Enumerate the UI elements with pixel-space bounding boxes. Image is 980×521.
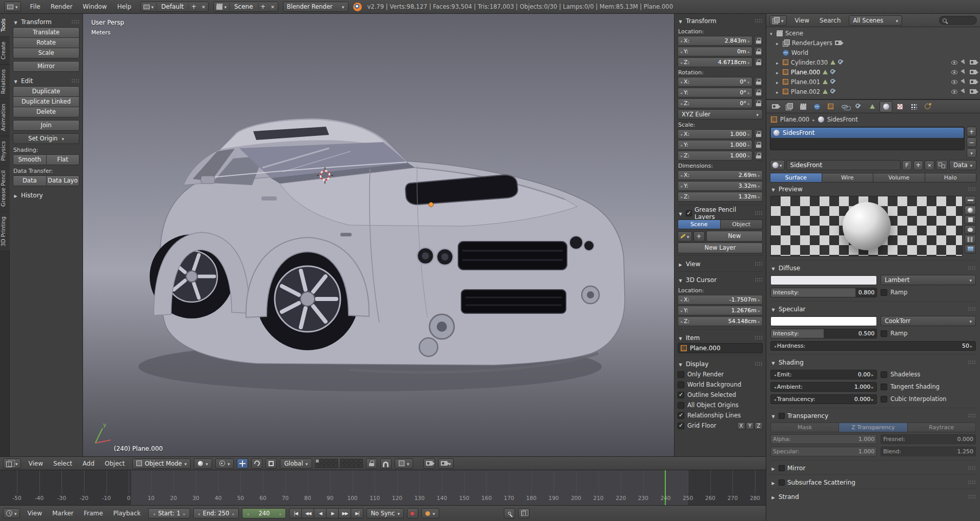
unlink-material-button[interactable] [925, 161, 934, 170]
keying-set-select[interactable] [421, 508, 439, 518]
preview-flat-button[interactable] [965, 196, 976, 205]
insert-keyframe-button[interactable] [504, 508, 515, 518]
properties-tab-render[interactable] [769, 101, 782, 112]
interaction-mode-select[interactable]: Object Mode [132, 458, 191, 469]
sync-mode-select[interactable]: No Sync [366, 508, 404, 518]
menu-view[interactable]: View [790, 15, 814, 26]
tab-animation[interactable]: Animation [0, 99, 10, 136]
menu-render[interactable]: Render [46, 2, 77, 12]
option-all-object-origins[interactable]: All Object Origins [678, 400, 763, 410]
lock-toggle-button[interactable] [754, 129, 763, 139]
snap-toggle[interactable] [380, 458, 392, 469]
transform-panel-header[interactable]: Transform [678, 15, 763, 26]
diffuse-shader-select[interactable]: Lambert [881, 275, 976, 285]
layer-cell[interactable] [329, 459, 333, 463]
set-origin-menu[interactable]: Set Origin [13, 133, 79, 144]
layer-cell[interactable] [359, 464, 363, 468]
properties-tab-material[interactable] [880, 101, 892, 112]
increment-arrow-icon[interactable] [747, 37, 751, 44]
menu-add[interactable]: Add [78, 458, 99, 469]
pivot-point-select[interactable] [215, 458, 234, 469]
decrement-arrow-icon[interactable] [679, 100, 683, 107]
rotation-mode-select[interactable]: XYZ Euler [678, 109, 763, 119]
number-field-x-0[interactable]: X:2.69m [678, 170, 763, 180]
tab-raytrace[interactable]: Raytrace [907, 423, 976, 432]
tab-z-transparency[interactable]: Z Transparency [839, 423, 907, 432]
renderability-toggle-icon[interactable] [970, 89, 976, 94]
layer-cell[interactable] [354, 459, 358, 463]
item-panel-header[interactable]: Item [678, 332, 763, 343]
screen-layout-name[interactable]: Default [156, 3, 189, 10]
transparency-specular-slider[interactable]: Specular:1.000 [770, 447, 877, 456]
shade-flat-button[interactable]: Flat [46, 154, 80, 165]
ambient-field[interactable]: Ambient:1.000 [770, 382, 877, 392]
preview-sky-button[interactable] [965, 245, 976, 253]
material-name-field[interactable]: SidesFront [786, 160, 901, 170]
breadcrumb-material[interactable]: SidesFront [827, 116, 858, 123]
tab-physics[interactable]: Physics [0, 136, 10, 166]
tab-relations[interactable]: Relations [0, 65, 10, 99]
checkbox-icon[interactable] [881, 330, 887, 337]
delete-button[interactable]: Delete [13, 107, 79, 117]
delete-layout-button[interactable] [198, 2, 208, 11]
decrement-arrow-icon[interactable] [679, 78, 683, 85]
tab-volume[interactable]: Volume [873, 173, 925, 183]
lock-toggle-button[interactable] [754, 47, 763, 56]
layer-cell[interactable] [334, 459, 338, 463]
lock-toggle-button[interactable] [754, 140, 763, 150]
decrement-arrow-icon[interactable] [679, 48, 683, 55]
option-only-render[interactable]: Only Render [678, 369, 763, 379]
decrement-arrow-icon[interactable] [246, 510, 250, 517]
jump-to-end-button[interactable]: ▶| [351, 508, 363, 518]
increment-arrow-icon[interactable] [870, 371, 874, 378]
scene-browse[interactable] [214, 3, 229, 10]
visibility-toggle-icon[interactable] [951, 90, 957, 94]
increment-arrow-icon[interactable] [870, 396, 874, 403]
tab-mask[interactable]: Mask [770, 423, 839, 432]
manipulator-translate-toggle[interactable] [237, 458, 248, 469]
decrement-arrow-icon[interactable] [679, 296, 683, 303]
selectability-toggle-icon[interactable] [961, 79, 967, 85]
add-material-slot-button[interactable] [967, 127, 976, 136]
number-field-z-2[interactable]: Z:4.6718cm [678, 57, 752, 67]
menu-frame[interactable]: Frame [79, 508, 108, 518]
transform-orientation-select[interactable]: Global [280, 458, 312, 469]
renderability-toggle-icon[interactable] [970, 70, 976, 74]
specular-panel-header[interactable]: Specular [770, 304, 976, 314]
increment-arrow-icon[interactable] [747, 59, 751, 66]
increment-arrow-icon[interactable] [757, 318, 761, 325]
visibility-toggle-icon[interactable] [951, 80, 957, 84]
hardness-field[interactable]: Hardness: 50 [770, 341, 976, 351]
new-material-button[interactable] [913, 161, 923, 170]
jump-to-start-button[interactable]: |◀ [289, 508, 302, 518]
checkbox-icon[interactable] [881, 396, 887, 403]
menu-window[interactable]: Window [78, 2, 111, 12]
number-field-z-2[interactable]: Z:0° [678, 98, 752, 108]
diffuse-color-swatch[interactable] [770, 275, 877, 285]
opengl-render-still-button[interactable] [423, 458, 435, 469]
lock-toggle-button[interactable] [754, 151, 763, 161]
increment-arrow-icon[interactable] [757, 183, 761, 189]
renderability-toggle-icon[interactable] [970, 79, 976, 84]
decrement-arrow-icon[interactable] [773, 343, 777, 349]
screen-layout-selector[interactable]: Default [140, 2, 209, 12]
expander-icon[interactable] [774, 39, 780, 47]
data-transfer-layout-button[interactable]: Data Layo [46, 175, 80, 186]
option-outline-selected[interactable]: Outline Selected [678, 390, 763, 400]
frame-end-field[interactable]: End:250 [193, 508, 239, 518]
layer-cell[interactable] [340, 459, 344, 463]
number-field-z-2[interactable]: Z:1.32m [678, 192, 763, 202]
decrement-arrow-icon[interactable] [679, 172, 683, 178]
next-keyframe-button[interactable]: ▶▶ [338, 508, 351, 518]
render-engine-select[interactable]: Blender Render [283, 2, 349, 12]
view-panel-header[interactable]: View [678, 258, 763, 269]
properties-tab-particles[interactable] [907, 101, 920, 112]
number-field-y-1[interactable]: Y:1.000 [678, 140, 752, 150]
sss-panel-header[interactable]: Subsurface Scattering [770, 477, 976, 488]
increment-arrow-icon[interactable] [747, 142, 751, 148]
tab-wire[interactable]: Wire [822, 173, 874, 183]
lock-toggle-button[interactable] [754, 57, 763, 67]
diffuse-panel-header[interactable]: Diffuse [770, 263, 976, 273]
selectability-toggle-icon[interactable] [961, 69, 967, 75]
previous-keyframe-button[interactable]: ◀◀ [301, 508, 314, 518]
